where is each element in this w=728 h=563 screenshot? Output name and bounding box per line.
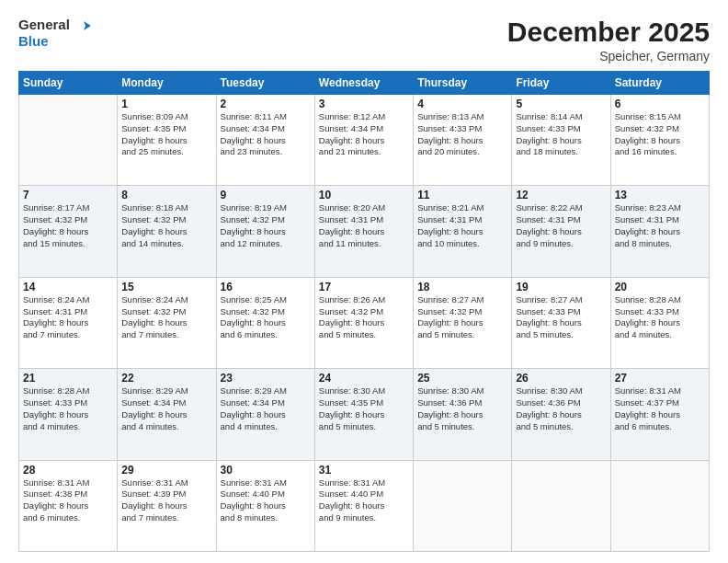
day-number: 23: [221, 372, 311, 385]
header-sunday: Sunday: [19, 72, 118, 95]
calendar-cell: [610, 460, 709, 551]
calendar-cell: [414, 460, 512, 551]
title-block: December 2025 Speicher, Germany: [507, 17, 710, 63]
day-number: 4: [417, 98, 507, 110]
day-info: Sunrise: 8:28 AMSunset: 4:33 PMDaylight:…: [615, 294, 705, 341]
logo: General Blue: [18, 17, 91, 50]
day-info: Sunrise: 8:11 AMSunset: 4:34 PMDaylight:…: [221, 111, 311, 158]
day-info: Sunrise: 8:31 AMSunset: 4:40 PMDaylight:…: [221, 477, 311, 524]
day-number: 3: [319, 98, 409, 110]
calendar-cell: 12Sunrise: 8:22 AMSunset: 4:31 PMDayligh…: [512, 186, 610, 277]
calendar-cell: 8Sunrise: 8:18 AMSunset: 4:32 PMDaylight…: [118, 186, 216, 277]
calendar-header-row: Sunday Monday Tuesday Wednesday Thursday…: [19, 72, 710, 95]
day-info: Sunrise: 8:23 AMSunset: 4:31 PMDaylight:…: [615, 202, 705, 249]
day-number: 27: [615, 372, 705, 385]
calendar-cell: 1Sunrise: 8:09 AMSunset: 4:35 PMDaylight…: [118, 95, 216, 186]
day-info: Sunrise: 8:31 AMSunset: 4:39 PMDaylight:…: [121, 477, 211, 524]
day-number: 12: [516, 189, 606, 201]
calendar-cell: 3Sunrise: 8:12 AMSunset: 4:34 PMDaylight…: [314, 95, 413, 186]
calendar-cell: 24Sunrise: 8:30 AMSunset: 4:35 PMDayligh…: [314, 369, 413, 460]
day-info: Sunrise: 8:31 AMSunset: 4:40 PMDaylight:…: [319, 477, 409, 524]
logo-text: General Blue: [18, 17, 91, 50]
calendar-cell: 11Sunrise: 8:21 AMSunset: 4:31 PMDayligh…: [414, 186, 512, 277]
location-subtitle: Speicher, Germany: [507, 49, 710, 63]
calendar-cell: 6Sunrise: 8:15 AMSunset: 4:32 PMDaylight…: [610, 95, 709, 186]
calendar-cell: 18Sunrise: 8:27 AMSunset: 4:32 PMDayligh…: [414, 277, 512, 368]
day-info: Sunrise: 8:30 AMSunset: 4:35 PMDaylight:…: [319, 385, 409, 432]
day-number: 6: [615, 98, 705, 110]
calendar-cell: 19Sunrise: 8:27 AMSunset: 4:33 PMDayligh…: [512, 277, 610, 368]
calendar-cell: 9Sunrise: 8:19 AMSunset: 4:32 PMDaylight…: [216, 186, 314, 277]
day-info: Sunrise: 8:12 AMSunset: 4:34 PMDaylight:…: [319, 111, 409, 158]
calendar-cell: 2Sunrise: 8:11 AMSunset: 4:34 PMDaylight…: [216, 95, 314, 186]
day-number: 8: [121, 189, 211, 201]
day-info: Sunrise: 8:24 AMSunset: 4:32 PMDaylight:…: [121, 294, 211, 341]
day-number: 5: [516, 98, 606, 110]
calendar-cell: 31Sunrise: 8:31 AMSunset: 4:40 PMDayligh…: [314, 460, 413, 551]
day-number: 21: [23, 372, 113, 385]
day-info: Sunrise: 8:21 AMSunset: 4:31 PMDaylight:…: [417, 202, 507, 249]
day-number: 25: [417, 372, 507, 385]
day-number: 24: [319, 372, 409, 385]
day-info: Sunrise: 8:31 AMSunset: 4:38 PMDaylight:…: [23, 477, 113, 524]
calendar-week-row-5: 28Sunrise: 8:31 AMSunset: 4:38 PMDayligh…: [19, 460, 710, 551]
day-number: 18: [417, 281, 507, 293]
day-number: 15: [121, 281, 211, 293]
header-friday: Friday: [512, 72, 610, 95]
calendar-cell: 21Sunrise: 8:28 AMSunset: 4:33 PMDayligh…: [19, 369, 118, 460]
day-info: Sunrise: 8:28 AMSunset: 4:33 PMDaylight:…: [23, 385, 113, 432]
page: General Blue December 2025 Speicher, Ger…: [0, 0, 728, 563]
logo-bird-icon: [74, 19, 91, 32]
day-number: 29: [121, 464, 211, 477]
day-info: Sunrise: 8:29 AMSunset: 4:34 PMDaylight:…: [221, 385, 311, 432]
header-saturday: Saturday: [610, 72, 709, 95]
day-info: Sunrise: 8:22 AMSunset: 4:31 PMDaylight:…: [516, 202, 606, 249]
day-info: Sunrise: 8:27 AMSunset: 4:32 PMDaylight:…: [417, 294, 507, 341]
header-thursday: Thursday: [414, 72, 512, 95]
day-info: Sunrise: 8:18 AMSunset: 4:32 PMDaylight:…: [121, 202, 211, 249]
calendar-cell: 10Sunrise: 8:20 AMSunset: 4:31 PMDayligh…: [314, 186, 413, 277]
calendar-week-row-2: 7Sunrise: 8:17 AMSunset: 4:32 PMDaylight…: [19, 186, 710, 277]
calendar-cell: [19, 95, 118, 186]
day-info: Sunrise: 8:13 AMSunset: 4:33 PMDaylight:…: [417, 111, 507, 158]
day-number: 9: [221, 189, 311, 201]
day-number: 14: [23, 281, 113, 293]
calendar-cell: 14Sunrise: 8:24 AMSunset: 4:31 PMDayligh…: [19, 277, 118, 368]
day-number: 30: [221, 464, 311, 477]
day-info: Sunrise: 8:14 AMSunset: 4:33 PMDaylight:…: [516, 111, 606, 158]
day-number: 26: [516, 372, 606, 385]
calendar-table: Sunday Monday Tuesday Wednesday Thursday…: [18, 71, 710, 552]
calendar-cell: 16Sunrise: 8:25 AMSunset: 4:32 PMDayligh…: [216, 277, 314, 368]
header-tuesday: Tuesday: [216, 72, 314, 95]
day-number: 19: [516, 281, 606, 293]
calendar-cell: 7Sunrise: 8:17 AMSunset: 4:32 PMDaylight…: [19, 186, 118, 277]
calendar-cell: 22Sunrise: 8:29 AMSunset: 4:34 PMDayligh…: [118, 369, 216, 460]
header: General Blue December 2025 Speicher, Ger…: [18, 17, 710, 63]
day-number: 17: [319, 281, 409, 293]
day-info: Sunrise: 8:30 AMSunset: 4:36 PMDaylight:…: [516, 385, 606, 432]
day-number: 22: [121, 372, 211, 385]
calendar-cell: 26Sunrise: 8:30 AMSunset: 4:36 PMDayligh…: [512, 369, 610, 460]
day-number: 2: [221, 98, 311, 110]
day-number: 7: [23, 189, 113, 201]
day-info: Sunrise: 8:24 AMSunset: 4:31 PMDaylight:…: [23, 294, 113, 341]
day-info: Sunrise: 8:09 AMSunset: 4:35 PMDaylight:…: [121, 111, 211, 158]
day-info: Sunrise: 8:29 AMSunset: 4:34 PMDaylight:…: [121, 385, 211, 432]
day-info: Sunrise: 8:25 AMSunset: 4:32 PMDaylight:…: [221, 294, 311, 341]
calendar-week-row-4: 21Sunrise: 8:28 AMSunset: 4:33 PMDayligh…: [19, 369, 710, 460]
header-monday: Monday: [118, 72, 216, 95]
day-number: 13: [615, 189, 705, 201]
calendar-cell: 25Sunrise: 8:30 AMSunset: 4:36 PMDayligh…: [414, 369, 512, 460]
day-info: Sunrise: 8:20 AMSunset: 4:31 PMDaylight:…: [319, 202, 409, 249]
day-info: Sunrise: 8:19 AMSunset: 4:32 PMDaylight:…: [221, 202, 311, 249]
calendar-cell: 28Sunrise: 8:31 AMSunset: 4:38 PMDayligh…: [19, 460, 118, 551]
day-info: Sunrise: 8:31 AMSunset: 4:37 PMDaylight:…: [615, 385, 705, 432]
day-number: 20: [615, 281, 705, 293]
calendar-week-row-1: 1Sunrise: 8:09 AMSunset: 4:35 PMDaylight…: [19, 95, 710, 186]
day-number: 28: [23, 464, 113, 477]
day-number: 16: [221, 281, 311, 293]
calendar-cell: 27Sunrise: 8:31 AMSunset: 4:37 PMDayligh…: [610, 369, 709, 460]
month-title: December 2025: [507, 17, 710, 47]
calendar-cell: 23Sunrise: 8:29 AMSunset: 4:34 PMDayligh…: [216, 369, 314, 460]
svg-marker-0: [84, 21, 91, 30]
